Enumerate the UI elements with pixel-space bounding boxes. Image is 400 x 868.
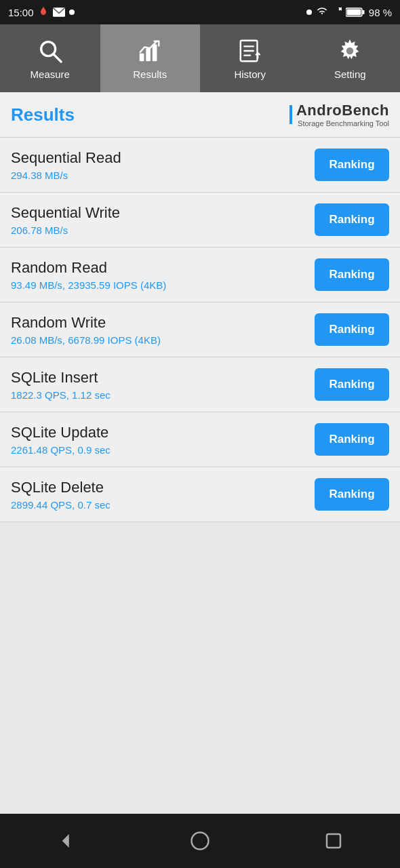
ranking-button-2[interactable]: Ranking (315, 258, 389, 291)
svg-point-19 (346, 47, 353, 54)
ranking-button-6[interactable]: Ranking (315, 478, 389, 511)
nav-tabs: Measure Results History (0, 24, 400, 92)
svg-marker-20 (62, 834, 69, 848)
back-button[interactable] (56, 831, 77, 851)
brand-bar (289, 105, 292, 124)
result-info: Random Read 93.49 MB/s, 23935.59 IOPS (4… (11, 259, 166, 291)
svg-rect-22 (327, 834, 340, 848)
result-value: 294.38 MB/s (11, 170, 121, 181)
svg-rect-6 (362, 10, 364, 14)
recents-button[interactable] (323, 831, 344, 851)
result-row: SQLite Insert 1822.3 QPS, 1.12 sec Ranki… (0, 357, 400, 412)
result-name: SQLite Update (11, 424, 111, 441)
result-row: SQLite Delete 2899.44 QPS, 0.7 sec Ranki… (0, 467, 400, 522)
tab-setting-label: Setting (334, 68, 366, 80)
ranking-button-5[interactable]: Ranking (315, 423, 389, 456)
result-info: SQLite Delete 2899.44 QPS, 0.7 sec (11, 479, 111, 511)
svg-point-2 (306, 9, 312, 15)
tab-results[interactable]: Results (100, 24, 201, 92)
bottom-nav (0, 814, 400, 868)
svg-rect-7 (346, 9, 361, 16)
status-bar: 15:00 98 % (0, 0, 400, 24)
result-value: 1822.3 QPS, 1.12 sec (11, 389, 111, 401)
tab-measure[interactable]: Measure (0, 24, 100, 92)
email-icon (53, 7, 65, 17)
brand-name-1: Andro (296, 102, 342, 119)
history-icon (237, 37, 264, 64)
result-value: 2261.48 QPS, 0.9 sec (11, 444, 111, 456)
svg-rect-10 (140, 53, 144, 60)
home-button[interactable] (190, 831, 210, 851)
ranking-button-1[interactable]: Ranking (315, 203, 389, 236)
svg-line-9 (54, 54, 61, 61)
result-info: SQLite Insert 1822.3 QPS, 1.12 sec (11, 369, 111, 401)
result-info: SQLite Update 2261.48 QPS, 0.9 sec (11, 424, 111, 456)
status-bar-right: 98 % (306, 7, 392, 18)
wifi-icon (316, 7, 328, 17)
result-info: Random Write 26.08 MB/s, 6678.99 IOPS (4… (11, 314, 161, 346)
ranking-button-0[interactable]: Ranking (315, 149, 389, 181)
brand-name-2: Bench (342, 102, 389, 119)
result-row: Sequential Write 206.78 MB/s Ranking (0, 193, 400, 248)
battery-icon (346, 7, 365, 17)
svg-rect-12 (153, 44, 157, 61)
result-value: 206.78 MB/s (11, 224, 120, 236)
tab-measure-label: Measure (31, 68, 70, 80)
battery-text: 98 % (369, 7, 392, 18)
result-name: Random Write (11, 314, 161, 332)
dot-icon (69, 9, 75, 15)
result-row: Random Write 26.08 MB/s, 6678.99 IOPS (4… (0, 302, 400, 357)
result-name: SQLite Delete (11, 479, 111, 496)
no-signal-icon (332, 7, 342, 17)
result-name: Sequential Read (11, 149, 121, 167)
time-display: 15:00 (8, 7, 34, 18)
brand-name: AndroBench (296, 102, 389, 119)
result-name: Random Read (11, 259, 166, 277)
results-icon (136, 37, 163, 64)
result-value: 2899.44 QPS, 0.7 sec (11, 499, 111, 511)
result-value: 93.49 MB/s, 23935.59 IOPS (4KB) (11, 279, 166, 291)
tab-results-label: Results (133, 68, 167, 80)
result-row: SQLite Update 2261.48 QPS, 0.9 sec Ranki… (0, 412, 400, 467)
brand-subtitle: Storage Benchmarking Tool (298, 119, 389, 127)
result-info: Sequential Read 294.38 MB/s (11, 149, 121, 181)
result-name: Sequential Write (11, 204, 120, 222)
measure-icon (37, 37, 64, 64)
setting-icon (336, 37, 363, 64)
brand-container: AndroBench Storage Benchmarking Tool (289, 102, 389, 127)
brand-logo: AndroBench Storage Benchmarking Tool (296, 102, 389, 127)
tab-history-label: History (234, 68, 266, 80)
results-title: Results (11, 104, 75, 125)
tab-history[interactable]: History (200, 24, 300, 92)
svg-rect-11 (146, 48, 151, 61)
ranking-button-3[interactable]: Ranking (315, 313, 389, 346)
result-row: Sequential Read 294.38 MB/s Ranking (0, 138, 400, 193)
ranking-button-4[interactable]: Ranking (315, 368, 389, 401)
results-list: Sequential Read 294.38 MB/s Ranking Sequ… (0, 138, 400, 814)
result-info: Sequential Write 206.78 MB/s (11, 204, 120, 236)
dot-icon2 (306, 9, 312, 15)
svg-point-1 (69, 9, 75, 15)
result-row: Random Read 93.49 MB/s, 23935.59 IOPS (4… (0, 248, 400, 302)
svg-point-21 (191, 833, 208, 850)
results-header: Results AndroBench Storage Benchmarking … (0, 92, 400, 138)
status-bar-left: 15:00 (8, 7, 75, 18)
flame-icon (38, 7, 49, 18)
tab-setting[interactable]: Setting (300, 24, 401, 92)
result-value: 26.08 MB/s, 6678.99 IOPS (4KB) (11, 334, 161, 346)
result-name: SQLite Insert (11, 369, 111, 387)
